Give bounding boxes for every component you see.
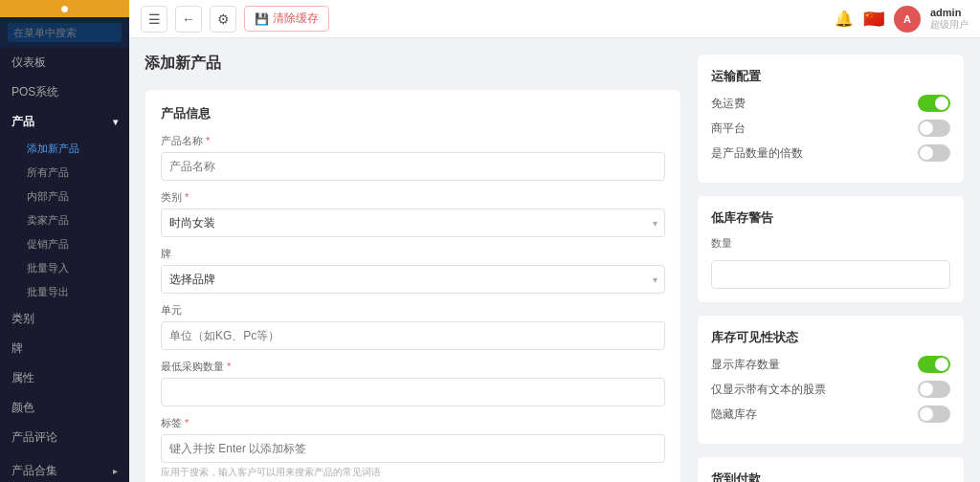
content-area: 添加新产品 产品信息 产品名称 * 类别 * (129, 38, 980, 482)
brand-select-wrapper: 选择品牌 ▾ (161, 265, 665, 294)
sidebar-item-all-products[interactable]: 所有产品 (19, 161, 129, 185)
tags-label: 标签 * (161, 416, 665, 430)
sidebar-label-product: 产品 (11, 114, 34, 130)
avatar-initials: A (903, 13, 911, 25)
notification-bell-icon[interactable]: 🔔 (835, 10, 854, 28)
sidebar-item-reviews[interactable]: 产品评论 (0, 423, 129, 452)
sidebar-label-brand: 牌 (11, 340, 23, 357)
shipping-row-2: 是产品数量的倍数 (711, 144, 950, 162)
sidebar: ● 仪表板 POS系统 产品 ▾ 添加新产品 所有产品 内部产品 卖家产品 促销… (0, 0, 129, 482)
shipping-row-1: 商平台 (711, 120, 950, 137)
logo-icon: ● (60, 0, 70, 17)
toggle-knob-shipping-0 (935, 97, 948, 110)
required-star-name: * (206, 135, 210, 146)
menu-icon: ☰ (148, 11, 161, 27)
shipping-toggle-0[interactable] (918, 95, 950, 112)
back-icon: ← (182, 11, 195, 27)
toggle-knob-shipping-2 (920, 146, 933, 160)
header-right: 🔔 🇨🇳 A admin 超级用户 (835, 6, 969, 33)
low-stock-qty-label: 数量 (711, 236, 950, 251)
sidebar-item-category[interactable]: 类别 (0, 304, 129, 334)
sidebar-item-seller-products[interactable]: 卖家产品 (19, 208, 129, 232)
unit-input[interactable] (161, 321, 665, 350)
min-order-label-text: 最低采购数量 (161, 361, 224, 372)
category-row: 类别 * 时尚女装 ▾ (161, 190, 665, 237)
sidebar-label-bulk-export: 批量导出 (27, 285, 69, 299)
sidebar-item-attributes[interactable]: 属性 (0, 363, 129, 393)
shipping-label-2: 是产品数量的倍数 (711, 145, 803, 162)
right-column: 运输配置 免运费 商平台 是产品数量的倍数 (697, 54, 965, 467)
min-order-label: 最低采购数量 * (161, 360, 665, 374)
toggle-knob-shipping-1 (920, 121, 933, 135)
sidebar-item-collections[interactable]: 产品合集 ▸ (0, 456, 129, 482)
required-star-min-order: * (227, 361, 231, 372)
stock-vis-label-2: 隐藏库存 (711, 406, 757, 423)
shipping-toggle-1[interactable] (918, 120, 950, 137)
sidebar-label-dashboard: 仪表板 (11, 55, 46, 71)
toggle-knob-stock-1 (920, 383, 933, 396)
sidebar-item-bulk-import[interactable]: 批量导入 (19, 256, 129, 280)
brand-label: 牌 (161, 247, 665, 261)
brand-select[interactable]: 选择品牌 (161, 265, 665, 294)
header: ☰ ← ⚙ 💾 清除缓存 🔔 🇨🇳 A admin 超级用户 (129, 0, 980, 38)
tags-label-text: 标签 (161, 417, 182, 428)
cod-card: 货到付款 货到付款功能已禁用。从设置激活此功能 全店支付法法 (697, 456, 965, 482)
product-name-label: 产品名称 * (161, 134, 665, 148)
stock-vis-row-1: 仅显示带有文本的股票 (711, 381, 950, 398)
product-info-card: 产品信息 产品名称 * 类别 * (145, 89, 681, 482)
sidebar-label-attributes: 属性 (11, 370, 34, 386)
stock-vis-row-0: 显示库存数量 (711, 356, 950, 373)
stock-vis-row-2: 隐藏库存 (711, 405, 950, 423)
product-name-input[interactable] (161, 152, 665, 181)
sidebar-label-color: 颜色 (11, 400, 34, 416)
sidebar-logo: ● (0, 0, 129, 17)
sidebar-search-area (0, 17, 129, 48)
min-order-input[interactable]: 1 (161, 378, 665, 406)
settings-button[interactable]: ⚙ (210, 6, 236, 33)
user-info: admin 超级用户 (930, 7, 969, 32)
stock-vis-toggle-2[interactable] (918, 405, 950, 423)
sidebar-label-seller-products: 卖家产品 (27, 213, 69, 228)
sidebar-label-all-products: 所有产品 (27, 165, 69, 180)
required-star-category: * (185, 191, 189, 203)
low-stock-card: 低库存警告 数量 1 (697, 195, 965, 303)
tags-input-area[interactable] (161, 434, 665, 463)
sidebar-item-pos[interactable]: POS系统 (0, 77, 129, 107)
shipping-toggle-2[interactable] (918, 144, 950, 162)
sidebar-item-bulk-export[interactable]: 批量导出 (19, 280, 129, 304)
language-flag-icon[interactable]: 🇨🇳 (863, 9, 884, 30)
sidebar-item-add-product[interactable]: 添加新产品 (19, 137, 129, 161)
stock-vis-label-1: 仅显示带有文本的股票 (711, 382, 826, 398)
sidebar-label-pos: POS系统 (11, 84, 58, 100)
search-input[interactable] (8, 23, 122, 42)
sidebar-item-promo-products[interactable]: 促销产品 (19, 232, 129, 256)
page-title: 添加新产品 (145, 54, 681, 74)
stock-vis-toggle-0[interactable] (918, 356, 950, 373)
sidebar-item-color[interactable]: 颜色 (0, 393, 129, 423)
shipping-label-0: 免运费 (711, 96, 746, 112)
stock-vis-label-0: 显示库存数量 (711, 357, 780, 373)
sidebar-item-brand[interactable]: 牌 (0, 334, 129, 363)
menu-button[interactable]: ☰ (141, 6, 167, 33)
back-button[interactable]: ← (175, 6, 202, 33)
settings-icon: ⚙ (217, 11, 230, 27)
stock-visibility-card: 库存可见性状态 显示库存数量 仅显示带有文本的股票 隐藏库存 (697, 315, 965, 445)
category-select[interactable]: 时尚女装 (161, 208, 665, 237)
shipping-config-title: 运输配置 (711, 68, 950, 85)
toggle-knob-stock-2 (920, 407, 933, 421)
save-label: 清除缓存 (273, 11, 319, 27)
clear-cache-button[interactable]: 💾 清除缓存 (244, 6, 329, 32)
left-column: 添加新产品 产品信息 产品名称 * 类别 * (145, 54, 681, 467)
shipping-config-card: 运输配置 免运费 商平台 是产品数量的倍数 (697, 54, 965, 184)
stock-vis-toggle-1[interactable] (918, 381, 950, 398)
user-role: 超级用户 (930, 18, 969, 32)
product-name-row: 产品名称 * (161, 134, 665, 181)
sidebar-item-internal-products[interactable]: 内部产品 (19, 185, 129, 208)
unit-label: 单元 (161, 303, 665, 318)
main-area: ☰ ← ⚙ 💾 清除缓存 🔔 🇨🇳 A admin 超级用户 添 (129, 0, 980, 482)
sidebar-item-product[interactable]: 产品 ▾ (0, 107, 129, 137)
tags-input[interactable] (169, 442, 657, 455)
unit-row: 单元 (161, 303, 665, 350)
low-stock-qty-input[interactable]: 1 (711, 260, 950, 289)
sidebar-item-dashboard[interactable]: 仪表板 (0, 48, 129, 77)
